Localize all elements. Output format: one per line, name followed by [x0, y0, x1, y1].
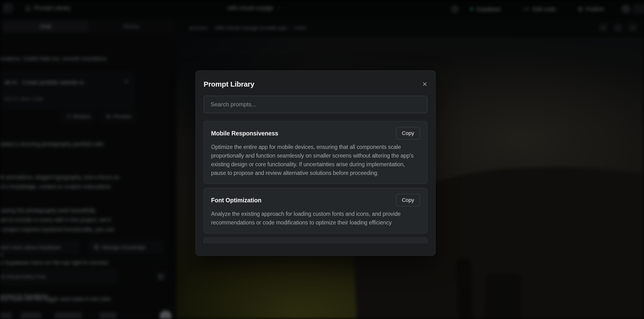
prompt-card-mobile-responsiveness: Mobile Responsiveness Copy Optimize the … [204, 121, 428, 184]
prompt-description: Analyze the existing approach for loadin… [211, 210, 420, 227]
copy-button[interactable]: Copy [396, 194, 420, 206]
prompt-library-modal: Prompt Library ✕ Mobile Responsiveness C… [196, 70, 436, 256]
copy-button[interactable]: Copy [396, 127, 420, 140]
prompt-card-partial [204, 238, 428, 244]
prompt-title: Mobile Responsiveness [211, 130, 278, 137]
modal-title: Prompt Library [204, 80, 254, 88]
prompt-card-font-optimization: Font Optimization Copy Analyze the exist… [204, 188, 428, 233]
lovable-editor-screen: Prompt Library wife-visual-voyage Supaba… [0, 0, 644, 319]
prompt-list: Mobile Responsiveness Copy Optimize the … [204, 121, 428, 244]
search-input[interactable] [204, 96, 428, 113]
close-icon[interactable]: ✕ [422, 81, 428, 87]
prompt-title: Font Optimization [211, 197, 261, 204]
modal-header: Prompt Library ✕ [204, 79, 428, 90]
prompt-description: Optimize the entire app for mobile devic… [211, 143, 420, 177]
